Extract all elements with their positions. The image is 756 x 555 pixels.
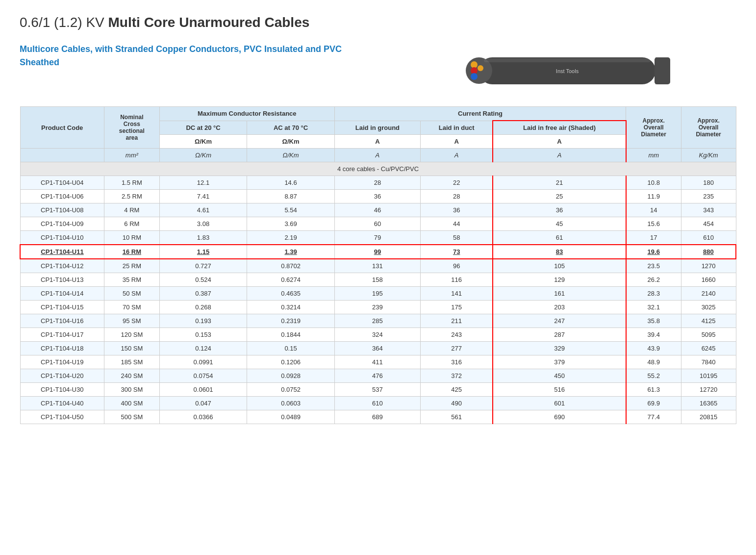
table-row: CP1-T104-U1570 SM0.2680.321423917520332.… [20, 301, 736, 314]
cell-code: CP1-T104-U20 [20, 369, 104, 383]
cell-dc20: 0.047 [159, 397, 247, 410]
cell-free-air: 287 [493, 328, 626, 342]
cell-diameter: 15.6 [626, 217, 681, 231]
cell-nominal: 185 SM [104, 355, 159, 369]
th-ac-70: AC at 70 °C [247, 121, 335, 135]
cell-ground: 411 [334, 355, 420, 369]
cell-ac70: 0.1206 [247, 355, 335, 369]
table-row: CP1-T104-U19185 SM0.09910.12064113163794… [20, 355, 736, 369]
cell-weight: 10195 [681, 369, 736, 383]
cell-code: CP1-T104-U11 [20, 245, 104, 259]
cell-nominal: 4 RM [104, 203, 159, 217]
th-nominal-area: NominalCrosssectionalarea [104, 107, 159, 149]
cell-dc20: 0.524 [159, 273, 247, 287]
table-row: CP1-T104-U062.5 RM7.418.8736282511.9235 [20, 190, 736, 203]
th-unit-weight: Kg/Km [681, 149, 736, 162]
cell-ground: 476 [334, 369, 420, 383]
cell-code: CP1-T104-U19 [20, 355, 104, 369]
table-body: 4 core cables - Cu/PVC/PVC CP1-T104-U041… [20, 162, 736, 424]
cell-free-air: 690 [493, 410, 626, 424]
cell-diameter: 26.2 [626, 273, 681, 287]
cell-ground: 46 [334, 203, 420, 217]
table-row: CP1-T104-U1225 RM0.7270.87021319610523.5… [20, 259, 736, 273]
table-row: CP1-T104-U1335 RM0.5240.627415811612926.… [20, 273, 736, 287]
cell-free-air: 601 [493, 397, 626, 410]
cell-weight: 1270 [681, 259, 736, 273]
cell-nominal: 240 SM [104, 369, 159, 383]
cable-visual: Inst Tools [464, 48, 660, 87]
cell-code: CP1-T104-U15 [20, 301, 104, 314]
cell-dc20: 0.0754 [159, 369, 247, 383]
cell-weight: 610 [681, 231, 736, 245]
th-unit-diam: mm [626, 149, 681, 162]
cell-free-air: 21 [493, 176, 626, 190]
cell-ground: 324 [334, 328, 420, 342]
cell-dc20: 7.41 [159, 190, 247, 203]
cell-diameter: 11.9 [626, 190, 681, 203]
th-unit-freeair: A [493, 149, 626, 162]
cell-code: CP1-T104-U10 [20, 231, 104, 245]
cell-nominal: 95 SM [104, 314, 159, 328]
cell-nominal: 50 SM [104, 287, 159, 301]
cell-ac70: 0.8702 [247, 259, 335, 273]
section-row: 4 core cables - Cu/PVC/PVC [20, 162, 736, 176]
table-row: CP1-T104-U096 RM3.083.6960444515.6454 [20, 217, 736, 231]
cell-code: CP1-T104-U04 [20, 176, 104, 190]
subtitle: Multicore Cables, with Stranded Copper C… [20, 43, 368, 69]
svg-rect-7 [655, 57, 670, 84]
page-title: 0.6/1 (1.2) KV Multi Core Unarmoured Cab… [20, 15, 736, 30]
cell-ac70: 0.3214 [247, 301, 335, 314]
svg-point-5 [478, 65, 483, 71]
th-laid-free-air: Laid in free air (Shaded) [493, 121, 626, 135]
cell-nominal: 120 SM [104, 328, 159, 342]
cell-ground: 195 [334, 287, 420, 301]
cell-ac70: 5.54 [247, 203, 335, 217]
th-unit-product [20, 149, 104, 162]
cell-free-air: 45 [493, 217, 626, 231]
table-row: CP1-T104-U20240 SM0.07540.09284763724505… [20, 369, 736, 383]
th-approx-diameter: Approx.OverallDiameter [626, 107, 681, 149]
cell-dc20: 1.15 [159, 245, 247, 259]
cell-free-air: 203 [493, 301, 626, 314]
cell-dc20: 0.0366 [159, 410, 247, 424]
cell-ground: 158 [334, 273, 420, 287]
cell-diameter: 10.8 [626, 176, 681, 190]
cell-dc20: 3.08 [159, 217, 247, 231]
cell-ground: 60 [334, 217, 420, 231]
cell-ground: 610 [334, 397, 420, 410]
cell-diameter: 32.1 [626, 301, 681, 314]
cell-diameter: 61.3 [626, 383, 681, 397]
cell-weight: 12720 [681, 383, 736, 397]
cell-duct: 490 [421, 397, 493, 410]
cell-ac70: 0.1844 [247, 328, 335, 342]
cell-dc20: 0.0601 [159, 383, 247, 397]
cell-duct: 211 [421, 314, 493, 328]
cell-free-air: 161 [493, 287, 626, 301]
cell-ac70: 2.19 [247, 231, 335, 245]
cell-nominal: 300 SM [104, 383, 159, 397]
cell-duct: 316 [421, 355, 493, 369]
cell-ac70: 14.6 [247, 176, 335, 190]
cell-duct: 243 [421, 328, 493, 342]
cell-free-air: 25 [493, 190, 626, 203]
cell-duct: 425 [421, 383, 493, 397]
cell-weight: 180 [681, 176, 736, 190]
cell-ground: 239 [334, 301, 420, 314]
cell-diameter: 23.5 [626, 259, 681, 273]
cell-nominal: 10 RM [104, 231, 159, 245]
cell-nominal: 70 SM [104, 301, 159, 314]
cell-code: CP1-T104-U30 [20, 383, 104, 397]
cell-nominal: 16 RM [104, 245, 159, 259]
th-approx-weight: Approx.OverallDiameter [681, 107, 736, 149]
cell-dc20: 0.153 [159, 328, 247, 342]
cell-nominal: 400 SM [104, 397, 159, 410]
cable-svg: Inst Tools [464, 48, 670, 92]
table-row: CP1-T104-U18150 SM0.1240.1536427732943.9… [20, 342, 736, 355]
cell-nominal: 1.5 RM [104, 176, 159, 190]
cell-code: CP1-T104-U14 [20, 287, 104, 301]
cell-diameter: 14 [626, 203, 681, 217]
cell-weight: 343 [681, 203, 736, 217]
cell-ground: 537 [334, 383, 420, 397]
cell-ground: 689 [334, 410, 420, 424]
cell-ac70: 0.0603 [247, 397, 335, 410]
